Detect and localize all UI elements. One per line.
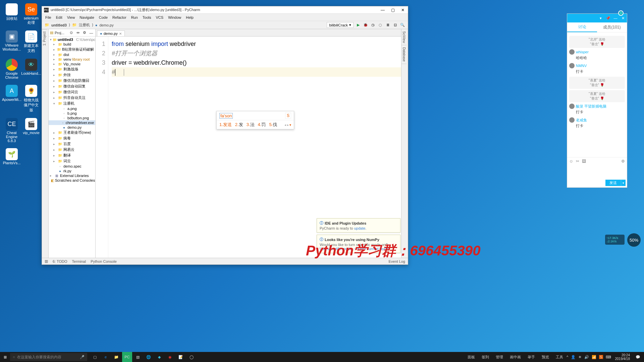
menu-vcs[interactable]: VCS <box>156 15 164 19</box>
coverage-button[interactable]: ◷ <box>370 22 376 28</box>
tree-item[interactable]: ▸📁Vip_movie <box>49 62 95 66</box>
mid-tool[interactable]: 签到 <box>482 355 489 360</box>
taskview-icon[interactable]: ▢ <box>90 352 100 362</box>
ime-candidate[interactable]: 2.发 <box>235 122 243 128</box>
status-indicator-icon[interactable]: ▥ <box>45 259 48 263</box>
hide-icon[interactable]: — <box>89 30 94 36</box>
tree-item[interactable]: ▾📁注册机 <box>49 101 95 106</box>
maximize-button[interactable]: ▢ <box>388 6 398 14</box>
status-todo[interactable]: 6: TODO <box>53 259 67 263</box>
minimize-button[interactable]: — <box>378 6 388 14</box>
close-button[interactable]: ✕ <box>398 6 408 14</box>
tray-batt-icon[interactable]: ⌨ <box>606 355 611 359</box>
status-eventlog[interactable]: Event Log <box>388 259 405 263</box>
send-dropdown[interactable]: ▾ <box>621 180 626 186</box>
tray-ime-icon[interactable]: S <box>599 355 603 359</box>
taskbar-clock[interactable]: 20:24 2019/4/18 <box>613 353 632 361</box>
gear-icon[interactable]: ⚙ <box>621 159 625 164</box>
run-config-dropdown[interactable]: bilibiliCrack ▾ <box>327 22 354 28</box>
chat-down-icon[interactable]: ▾ <box>598 15 603 21</box>
chat-close-icon[interactable]: ✕ <box>620 15 626 21</box>
system-tray[interactable]: ^ 👤 ☀ 🔊 📶 S ⌨ <box>567 355 613 359</box>
desktop-icon-vip[interactable]: 🎬vip_movie <box>23 118 40 143</box>
desktop-icon-lookhand[interactable]: 👁LookHand... <box>23 59 40 79</box>
mid-tool[interactable]: 举手 <box>528 355 535 360</box>
desktop-icon-recycle[interactable]: 🗑回收站 <box>3 3 20 25</box>
tree-item[interactable]: ▸📁外挂 <box>49 72 95 78</box>
mid-tool[interactable]: 管理 <box>496 355 503 360</box>
menu-window[interactable]: Window <box>168 15 181 19</box>
chat-textarea[interactable] <box>567 165 627 178</box>
chat-body[interactable]: "北岸" 送给"善念" 🌹 whisper哈哈哈 NMNV打卡 "喜夏" 送给"… <box>567 33 627 157</box>
chat-avatar[interactable] <box>618 10 624 16</box>
settings-icon[interactable]: ⚙ <box>82 30 87 36</box>
menu-edit[interactable]: Edit <box>56 15 62 19</box>
tb-app-icon[interactable]: 🌐 <box>144 352 154 362</box>
update-link[interactable]: update <box>354 226 366 230</box>
chat-username[interactable]: NMNV <box>576 64 587 68</box>
close-icon[interactable]: ✕ <box>119 32 122 36</box>
profile-button[interactable]: ◌ <box>378 22 383 28</box>
tab-discuss[interactable]: 讨论 <box>567 22 597 32</box>
tb-app-icon[interactable]: ◉ <box>165 352 175 362</box>
search-button[interactable]: 🔍 <box>400 22 405 28</box>
tree-item[interactable]: ●demo.py <box>49 125 95 130</box>
collapse-icon[interactable]: ⇔ <box>75 30 80 36</box>
update-button[interactable]: ⊡ <box>392 22 398 28</box>
ime-candidate[interactable]: 5.伐 <box>269 122 277 128</box>
chat-username[interactable]: 酸菜 平望新捕电脑 <box>576 104 606 109</box>
tb-pycharm-icon[interactable]: PC <box>122 352 132 362</box>
scientific-link[interactable]: Use scientific mode → Keep current layou… <box>320 247 389 251</box>
tree-item[interactable]: ▸📁venv library root <box>49 57 95 62</box>
desktop-icon-text[interactable]: 📄新建文本文档 <box>23 31 40 53</box>
tree-item[interactable]: ▸📁微信词云 <box>49 89 95 95</box>
tray-people-icon[interactable]: 👤 <box>571 355 576 359</box>
locate-icon[interactable]: ⊙ <box>68 30 74 36</box>
tree-item[interactable]: ▸📁病毒 <box>49 135 95 141</box>
menu-code[interactable]: Code <box>99 15 108 19</box>
desktop-icon-pvz[interactable]: 🌻植物大战僵尸中文版 <box>23 85 40 113</box>
crumb-folder[interactable]: 注册机 <box>79 22 90 27</box>
tb-edge-icon[interactable]: e <box>101 352 111 362</box>
ime-candidate[interactable]: 1.发送 <box>219 122 232 128</box>
menu-file[interactable]: File <box>45 15 51 19</box>
tb-explorer-icon[interactable]: 📁 <box>111 352 121 362</box>
tree-item[interactable]: ▫demo.spec <box>49 164 95 169</box>
send-button[interactable]: 发送 <box>605 180 621 186</box>
sciview-tab[interactable]: SciView <box>401 29 407 45</box>
ime-nav[interactable]: ◂ ▸ ▾ <box>284 123 291 127</box>
tb-app-icon[interactable]: ◆ <box>154 352 164 362</box>
chat-min-icon[interactable]: — <box>613 15 618 21</box>
database-tab[interactable]: Database <box>401 45 407 64</box>
tree-item[interactable]: ▸📁网易云 <box>49 147 95 153</box>
tree-item[interactable]: ▫b.png <box>49 111 95 116</box>
tree-root[interactable]: ▾📁untitled3 C:\Users\pc\Pych <box>49 37 95 42</box>
tree-item[interactable]: ▫a.png <box>49 106 95 111</box>
tree-item[interactable]: ▫bdbutton.png <box>49 116 95 120</box>
tree-item[interactable]: ▸📁王者刷金币(new) <box>49 130 95 135</box>
tree-item[interactable]: ▸📁词云 <box>49 158 95 164</box>
tb-app-icon[interactable]: ▧ <box>133 352 143 362</box>
chat-username[interactable]: 老咸鱼 <box>576 118 587 123</box>
ime-candidate[interactable]: 3.法 <box>247 122 255 128</box>
tray-net-icon[interactable]: 🔊 <box>584 355 589 359</box>
scissor-icon[interactable]: ✂ <box>576 159 579 164</box>
project-tool-tab[interactable]: 1: Project <box>42 29 47 48</box>
notification-center[interactable]: 💬 <box>632 355 644 359</box>
tree-item[interactable]: ▸📁微信消息防撤回 <box>49 78 95 83</box>
tray-cloud-icon[interactable]: ☀ <box>578 355 582 359</box>
tree-external-libs[interactable]: ▸⊞External Libraries <box>49 173 95 178</box>
menu-run[interactable]: Run <box>131 15 138 19</box>
crumb-root[interactable]: untitled3 <box>51 23 67 27</box>
desktop-icon-vmware[interactable]: ▣VMware Workstati... <box>3 31 20 53</box>
start-button[interactable]: ⊞ <box>0 352 10 362</box>
tree-item[interactable]: ▸📁dist <box>49 52 95 57</box>
tree-item[interactable]: ▫chromedriver.exe <box>49 120 95 125</box>
tree-item[interactable]: ▸📁抖音自动关注 <box>49 95 95 101</box>
ime-candidate[interactable]: 4.罚 <box>258 122 266 128</box>
menu-tools[interactable]: Tools <box>143 15 151 19</box>
tree-item[interactable]: ▸📁翻译 <box>49 153 95 158</box>
tree-item[interactable]: ▸📁build <box>49 42 95 47</box>
notif-numpy[interactable]: ⓘLooks like you're using NumPy Would you… <box>317 235 400 253</box>
tree-item[interactable]: ▸📁百度 <box>49 141 95 147</box>
